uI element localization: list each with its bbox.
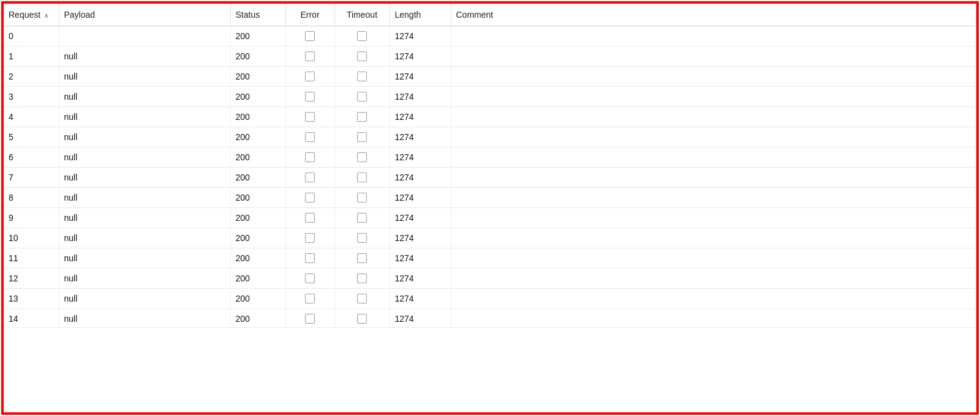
cell-error[interactable]: [285, 147, 334, 168]
cell-comment: [451, 107, 976, 127]
error-checkbox[interactable]: [305, 314, 315, 324]
cell-error[interactable]: [285, 208, 334, 228]
cell-comment: [451, 289, 976, 309]
cell-timeout[interactable]: [334, 248, 390, 269]
cell-length: 1274: [390, 188, 451, 208]
cell-timeout[interactable]: [334, 269, 390, 289]
cell-timeout[interactable]: [334, 67, 390, 87]
cell-timeout[interactable]: [334, 46, 390, 67]
error-checkbox[interactable]: [305, 233, 315, 243]
error-checkbox[interactable]: [305, 72, 315, 81]
timeout-checkbox[interactable]: [357, 294, 367, 303]
table-row: 3null2001274: [4, 87, 976, 107]
column-header-length[interactable]: Length: [390, 4, 451, 26]
error-checkbox[interactable]: [305, 193, 315, 202]
cell-request: 8: [4, 188, 59, 208]
cell-length: 1274: [390, 248, 451, 269]
table-row: 9null2001274: [4, 208, 976, 228]
cell-error[interactable]: [285, 168, 334, 188]
cell-error[interactable]: [285, 26, 334, 46]
cell-error[interactable]: [285, 269, 334, 289]
column-label-request: Request: [9, 10, 40, 20]
timeout-checkbox[interactable]: [357, 112, 367, 122]
timeout-checkbox[interactable]: [357, 193, 367, 202]
cell-status: 200: [230, 289, 285, 309]
error-checkbox[interactable]: [305, 92, 315, 102]
table-row: 5null2001274: [4, 127, 976, 147]
column-header-status[interactable]: Status: [230, 4, 285, 26]
cell-length: 1274: [390, 127, 451, 147]
error-checkbox[interactable]: [305, 173, 315, 182]
cell-timeout[interactable]: [334, 107, 390, 127]
column-header-payload[interactable]: Payload: [59, 4, 230, 26]
timeout-checkbox[interactable]: [357, 213, 367, 223]
cell-error[interactable]: [285, 107, 334, 127]
error-checkbox[interactable]: [305, 132, 315, 142]
error-checkbox[interactable]: [305, 213, 315, 223]
timeout-checkbox[interactable]: [357, 51, 367, 61]
cell-timeout[interactable]: [334, 208, 390, 228]
cell-error[interactable]: [285, 289, 334, 309]
timeout-checkbox[interactable]: [357, 314, 367, 324]
table-row: 1null2001274: [4, 46, 976, 67]
error-checkbox[interactable]: [305, 253, 315, 263]
column-label-comment: Comment: [456, 10, 494, 20]
cell-comment: [451, 248, 976, 269]
cell-payload: null: [59, 188, 230, 208]
cell-error[interactable]: [285, 67, 334, 87]
cell-timeout[interactable]: [334, 87, 390, 107]
cell-error[interactable]: [285, 309, 334, 328]
timeout-checkbox[interactable]: [357, 132, 367, 142]
cell-request: 13: [4, 289, 59, 309]
timeout-checkbox[interactable]: [357, 92, 367, 102]
timeout-checkbox[interactable]: [357, 72, 367, 81]
table-container: Request ∧ Payload Status Error Timeout: [4, 4, 976, 412]
cell-status: 200: [230, 67, 285, 87]
cell-length: 1274: [390, 309, 451, 328]
error-checkbox[interactable]: [305, 273, 315, 283]
error-checkbox[interactable]: [305, 152, 315, 162]
timeout-checkbox[interactable]: [357, 253, 367, 263]
cell-error[interactable]: [285, 46, 334, 67]
cell-timeout[interactable]: [334, 289, 390, 309]
column-header-error[interactable]: Error: [285, 4, 334, 26]
cell-error[interactable]: [285, 188, 334, 208]
cell-timeout[interactable]: [334, 309, 390, 328]
timeout-checkbox[interactable]: [357, 233, 367, 243]
cell-request: 5: [4, 127, 59, 147]
timeout-checkbox[interactable]: [357, 31, 367, 41]
cell-timeout[interactable]: [334, 26, 390, 46]
error-checkbox[interactable]: [305, 294, 315, 303]
cell-status: 200: [230, 26, 285, 46]
cell-error[interactable]: [285, 228, 334, 248]
cell-comment: [451, 269, 976, 289]
column-header-timeout[interactable]: Timeout: [334, 4, 390, 26]
cell-timeout[interactable]: [334, 188, 390, 208]
timeout-checkbox[interactable]: [357, 173, 367, 182]
cell-error[interactable]: [285, 248, 334, 269]
cell-status: 200: [230, 107, 285, 127]
column-header-comment[interactable]: Comment: [451, 4, 976, 26]
cell-error[interactable]: [285, 127, 334, 147]
timeout-checkbox[interactable]: [357, 273, 367, 283]
cell-comment: [451, 208, 976, 228]
error-checkbox[interactable]: [305, 51, 315, 61]
cell-timeout[interactable]: [334, 127, 390, 147]
cell-length: 1274: [390, 269, 451, 289]
column-header-request[interactable]: Request ∧: [4, 4, 59, 26]
cell-timeout[interactable]: [334, 147, 390, 168]
cell-comment: [451, 127, 976, 147]
cell-timeout[interactable]: [334, 168, 390, 188]
cell-length: 1274: [390, 87, 451, 107]
cell-error[interactable]: [285, 87, 334, 107]
error-checkbox[interactable]: [305, 112, 315, 122]
outer-border: Request ∧ Payload Status Error Timeout: [1, 1, 979, 415]
cell-length: 1274: [390, 107, 451, 127]
cell-payload: null: [59, 67, 230, 87]
cell-status: 200: [230, 309, 285, 328]
cell-timeout[interactable]: [334, 228, 390, 248]
error-checkbox[interactable]: [305, 31, 315, 41]
cell-comment: [451, 67, 976, 87]
cell-request: 7: [4, 168, 59, 188]
timeout-checkbox[interactable]: [357, 152, 367, 162]
